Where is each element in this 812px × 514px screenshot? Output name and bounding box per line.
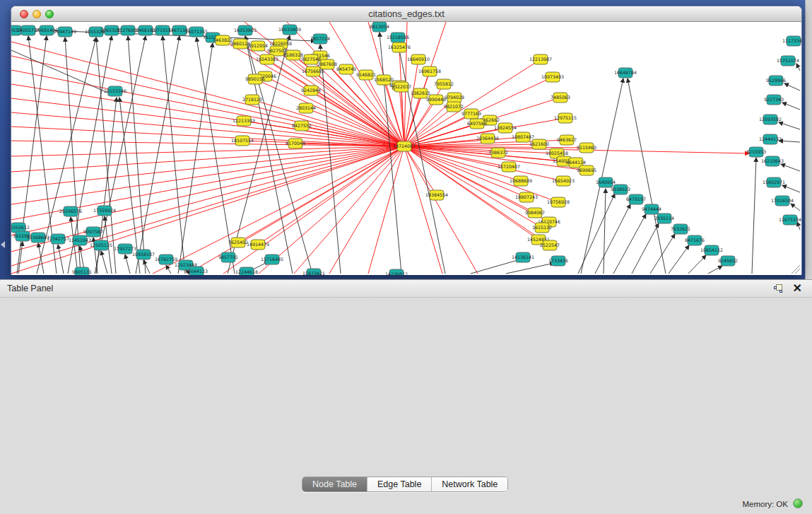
graph-edge (782, 185, 800, 192)
tab-edge-table[interactable]: Edge Table (367, 477, 432, 491)
graph-edge (368, 146, 404, 274)
graph-node-label: 16071355 (185, 29, 208, 34)
graph-svg: 5405571140557172069140620947149105532871… (11, 22, 801, 275)
graph-node-label: 7386372 (488, 150, 508, 155)
graph-edge (223, 146, 404, 274)
table-panel-title: Table Panel (7, 284, 53, 293)
network-desktop: citations_edges.txt 54055711405571720691… (0, 0, 812, 279)
close-panel-icon[interactable]: ✕ (793, 281, 802, 296)
graph-node-label: 10025458 (546, 151, 568, 156)
graph-node-label: 16543382 (256, 57, 278, 62)
graph-node-label: 17359924 (93, 208, 116, 213)
graph-node-label: 8215953 (746, 149, 766, 154)
graph-node-label: 12342757 (47, 236, 69, 241)
network-window-titlebar[interactable]: citations_edges.txt (11, 6, 801, 22)
table-tabs: Node TableEdge TableNetwork Table (302, 477, 508, 492)
panel-collapse-icon[interactable] (1, 241, 5, 248)
graph-node-label: 9984067 (525, 210, 545, 215)
graph-edge (506, 263, 554, 274)
graph-node-label: 1615132 (532, 225, 552, 230)
graph-node-label: 8471676 (685, 238, 705, 243)
graph-node-label: 9115460 (577, 145, 596, 150)
tab-network-table[interactable]: Network Table (432, 477, 507, 491)
graph-edge (11, 50, 112, 95)
graph-node-label: 16756685 (302, 69, 324, 74)
graph-node-label: 16033809 (278, 27, 301, 32)
graph-edge (143, 260, 150, 274)
graph-node-label: 19218586 (387, 35, 409, 40)
graph-node-label: 12505135 (90, 243, 112, 247)
graph-node-label: 16325476 (388, 45, 411, 49)
graph-node-label: 1621600 (529, 141, 549, 146)
graph-node-label: 15716485 (261, 257, 283, 262)
graph-node-label: 10654112 (700, 247, 723, 252)
graph-edge (95, 36, 146, 274)
graph-node-label: 16210643 (761, 158, 784, 163)
graph-node-label: 2935114 (654, 216, 674, 221)
graph-node-label: 20153346 (104, 88, 126, 93)
graph-edge (11, 146, 404, 188)
graph-node-label: 13824554 (494, 125, 517, 130)
memory-status-label: Memory: OK (742, 500, 788, 508)
graph-node-label: 12213987 (529, 57, 552, 62)
graph-node-label: 12975115 (554, 115, 577, 120)
graph-edge (166, 265, 171, 274)
graph-node-label: 9890156 (245, 76, 265, 81)
close-window-icon[interactable] (20, 10, 28, 18)
graph-edge (101, 251, 107, 274)
graph-node-label: 1733426 (548, 258, 568, 263)
graph-node-label: 19756928 (547, 199, 570, 204)
graph-node-label: 14136141 (512, 255, 534, 259)
graph-node-label: 15873421 (302, 271, 325, 275)
graph-edge (604, 189, 606, 274)
graph-node-label: 11173342 (782, 38, 801, 43)
graph-node-label: 18350612 (11, 225, 30, 230)
graph-edge (163, 36, 185, 274)
table-panel-header[interactable]: Table Panel ✕ (0, 279, 812, 298)
graph-node-label: 12093582 (759, 117, 782, 122)
minimize-window-icon[interactable] (33, 10, 41, 18)
graph-edge (708, 266, 722, 274)
graph-node-label: 12213303 (233, 118, 255, 123)
graph-node-label: 16961758 (418, 69, 441, 74)
memory-status-icon[interactable] (793, 498, 803, 508)
network-canvas[interactable]: 5405571140557172069140620947149105532871… (11, 22, 801, 275)
graph-edge (11, 42, 404, 146)
float-panel-icon[interactable] (774, 284, 783, 293)
graph-node-label: 18807243 (515, 194, 538, 199)
graph-edge (11, 146, 404, 235)
graph-edge (471, 259, 520, 274)
graph-edge (613, 214, 646, 274)
graph-node-label: 16044123 (185, 269, 208, 274)
graph-edge (797, 222, 800, 230)
graph-edge (252, 100, 404, 146)
graph-node-label: 14914479 (247, 242, 269, 247)
zoom-window-icon[interactable] (45, 10, 54, 18)
graph-edge (628, 78, 666, 274)
graph-node-label: 8912954 (248, 43, 268, 48)
graph-edge (784, 83, 800, 90)
graph-node-label: 18226058 (269, 41, 292, 46)
graph-edge (791, 204, 800, 211)
network-window-title: citations_edges.txt (11, 6, 801, 22)
graph-node-label: 9227343 (764, 97, 784, 102)
graph-node-label: 7857224 (310, 36, 330, 41)
graph-node-label: 11451943 (69, 238, 91, 243)
graph-node-label: 18724007 (393, 144, 416, 148)
graph-node-label: 15720407 (498, 164, 520, 169)
graph-node-label: 20364436 (476, 136, 499, 141)
graph-node-label: 10807487 (512, 134, 534, 139)
tab-node-table[interactable]: Node Table (302, 477, 367, 491)
graph-node-label: 8813054 (370, 24, 389, 29)
graph-node-label: 15751074 (777, 58, 799, 63)
graph-node-label: 9242844 (301, 88, 321, 93)
graph-edge (688, 255, 706, 274)
graph-node-label: 8454749 (336, 66, 356, 71)
graph-node-label: 2522547 (540, 243, 560, 247)
graph-node-label: 9474444 (642, 206, 661, 211)
graph-edge (669, 245, 689, 274)
right-panel-edge (805, 0, 812, 279)
network-window[interactable]: citations_edges.txt 54055711405571720691… (11, 6, 802, 275)
graph-node-label: 9827548 (301, 57, 321, 62)
graph-node-label: 12244618 (235, 269, 258, 274)
